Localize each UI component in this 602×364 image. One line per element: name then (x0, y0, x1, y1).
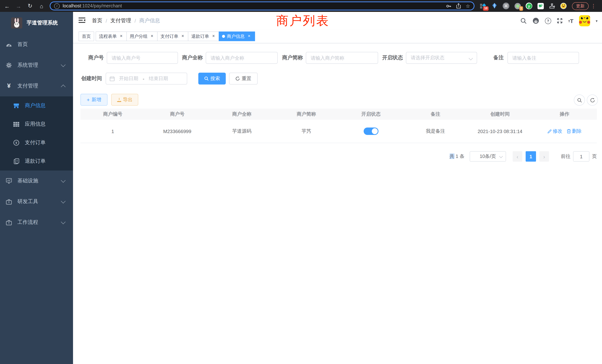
table-refresh-button[interactable] (587, 95, 598, 106)
breadcrumb-home[interactable]: 首页 (92, 17, 102, 24)
sidebar-item-label: 支付订单 (25, 139, 46, 146)
sidebar-item-label: 商户信息 (25, 102, 46, 109)
next-page-button[interactable]: › (539, 151, 549, 162)
trash-icon (567, 129, 571, 133)
cell-status (339, 128, 403, 135)
fullscreen-icon[interactable] (557, 18, 563, 24)
tab-merchant-info[interactable]: 商户信息× (219, 32, 255, 41)
search-icon[interactable] (520, 18, 527, 24)
sidebar-item-app-info[interactable]: 应用信息 (0, 115, 73, 133)
field-label: 开启状态 (381, 54, 403, 61)
extensions-puzzle-icon[interactable] (549, 3, 555, 9)
tab-pay-order[interactable]: 支付订单× (157, 32, 189, 41)
forward-icon[interactable]: → (14, 3, 23, 9)
browser-menu-kebab-icon[interactable]: ⋮ (591, 3, 596, 9)
col-header: 操作 (532, 111, 597, 118)
tab-user-group[interactable]: 用户分组× (126, 32, 158, 41)
sidebar-item-pay-order[interactable]: ¥ 支付订单 (0, 133, 73, 152)
sidebar-item-refund-order[interactable]: 退款订单 (0, 152, 73, 171)
browser-toolbar: ← → ↻ ⌂ i localhost :1024/pay/merchant ☆… (0, 0, 602, 12)
extension-command-icon[interactable]: ⌘ (503, 3, 509, 9)
reset-button[interactable]: 重置 (229, 73, 258, 85)
tab-refund-order[interactable]: 退款订单× (188, 32, 219, 41)
col-header: 商户全称 (210, 111, 274, 118)
tab-home[interactable]: 首页 (79, 32, 94, 41)
table-search-toggle-button[interactable] (574, 95, 585, 106)
page-size-select[interactable]: 10条/页 (470, 151, 506, 162)
sidebar-item-label: 首页 (17, 41, 28, 48)
merchant-no-input[interactable] (107, 52, 178, 64)
cell-full-name: 芋道源码 (210, 128, 274, 135)
tab-process-form[interactable]: 流程表单× (96, 32, 127, 41)
search-button[interactable]: 搜索 (198, 73, 226, 85)
extension-blue-diamond-icon[interactable]: 10 (480, 3, 486, 9)
app-title: 芋道管理系统 (27, 20, 58, 26)
bookmark-star-icon[interactable]: ☆ (466, 3, 470, 9)
back-icon[interactable]: ← (3, 3, 11, 9)
export-button[interactable]: 导出 (111, 94, 138, 106)
app-logo-row[interactable]: 芋道管理系统 (0, 12, 73, 34)
status-toggle[interactable] (364, 128, 378, 135)
sidebar-collapse-icon[interactable] (79, 17, 85, 24)
font-size-icon[interactable]: тT (568, 18, 573, 24)
chevron-down-icon (499, 154, 503, 158)
prev-page-button[interactable]: ‹ (513, 151, 522, 162)
close-icon[interactable]: × (119, 34, 124, 39)
date-range-picker[interactable]: 开始日期 - 结束日期 (106, 73, 187, 85)
reload-icon[interactable]: ↻ (26, 3, 34, 9)
chrome-update-button[interactable]: 更新 (572, 2, 589, 10)
sidebar-item-workflow[interactable]: 工作流程 (0, 212, 73, 233)
key-icon[interactable] (446, 3, 452, 9)
close-icon[interactable]: × (149, 34, 155, 39)
status-select[interactable]: 请选择开启状态 (406, 52, 477, 64)
page-number-1[interactable]: 1 (526, 151, 536, 162)
info-icon[interactable]: i (54, 3, 60, 9)
merchant-table: 商户编号 商户号 商户全称 商户简称 开启状态 备注 创建时间 操作 1 M23… (80, 109, 597, 143)
yen-icon: ¥ (6, 82, 12, 90)
github-icon[interactable] (532, 17, 539, 24)
help-icon[interactable]: ? (545, 18, 551, 24)
extension-chat-icon[interactable] (537, 3, 544, 9)
add-button[interactable]: + 新增 (80, 94, 108, 106)
delete-link[interactable]: 删除 (567, 128, 582, 135)
url-bar[interactable]: i localhost :1024/pay/merchant ☆ (50, 1, 474, 10)
plus-icon: + (87, 97, 90, 103)
sidebar-item-infrastructure[interactable]: 基础设施 (0, 171, 73, 191)
app-logo-rabbit (11, 17, 22, 29)
share-icon[interactable] (456, 3, 461, 9)
sidebar-item-merchant-info[interactable]: 商户信息 (0, 96, 73, 115)
cell-short-name: 芋艿 (274, 128, 339, 135)
yen-circle-icon: ¥ (13, 140, 19, 146)
short-name-input[interactable] (306, 52, 378, 64)
full-name-input[interactable] (206, 52, 278, 64)
sidebar-item-home[interactable]: 首页 (0, 34, 73, 55)
extension-y-icon[interactable]: y (526, 3, 532, 9)
toolbox-icon (6, 220, 12, 225)
pagination-total: 共 1 条 (450, 153, 464, 160)
date-end[interactable]: 结束日期 (149, 75, 168, 82)
goto-page-input[interactable] (573, 151, 589, 162)
chevron-down-icon (61, 199, 65, 203)
edit-link[interactable]: 修改 (548, 128, 562, 135)
close-icon[interactable]: × (211, 34, 216, 39)
close-icon[interactable]: × (247, 34, 252, 39)
close-icon[interactable]: × (180, 34, 185, 39)
payment-submenu: 商户信息 应用信息 ¥ 支付订单 退款订单 (0, 96, 73, 171)
caret-down-icon[interactable]: ▾ (596, 19, 598, 23)
extension-gray-ball-icon[interactable]: 1 (514, 3, 521, 9)
breadcrumb-section[interactable]: 支付管理 (110, 17, 131, 24)
active-dot (222, 35, 225, 38)
sidebar-item-devtools[interactable]: 研发工具 (0, 191, 73, 212)
page-content: 商户号 商户全称 商户简称 开启状态 请选择开启状态 备注 (73, 43, 602, 364)
filter-full-name: 商户全称 (181, 52, 278, 64)
sidebar-item-system[interactable]: 系统管理 (0, 55, 73, 76)
header-icons: ? тT ▾ (520, 12, 598, 30)
extension-blue-kite-icon[interactable] (491, 3, 498, 9)
remark-input[interactable] (507, 52, 579, 64)
date-start[interactable]: 开始日期 (119, 75, 138, 82)
profile-avatar-emoji[interactable] (560, 3, 567, 9)
user-avatar[interactable] (579, 15, 590, 26)
refresh-icon (590, 98, 595, 103)
home-icon[interactable]: ⌂ (37, 3, 46, 9)
sidebar-item-payment[interactable]: ¥ 支付管理 (0, 76, 73, 96)
